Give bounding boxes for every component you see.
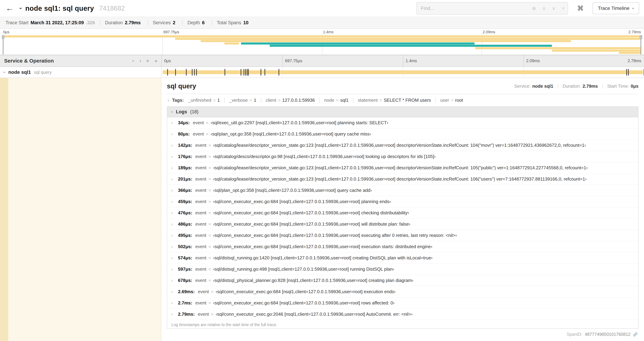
log-expand-chevron-icon[interactable]: › xyxy=(172,188,178,193)
trace-info-item: Duration 2.79ms xyxy=(100,20,148,26)
log-expand-chevron-icon[interactable]: › xyxy=(172,177,178,182)
log-expand-chevron-icon[interactable]: › xyxy=(172,289,178,294)
log-row[interactable]: › 142μs: event = ‹sql/catalog/lease/desc… xyxy=(167,140,638,151)
log-row[interactable]: › 502μs: event = ‹sql/conn_executor_exec… xyxy=(167,241,638,252)
scroll-to-result-icon[interactable]: ⊕ xyxy=(529,6,539,11)
log-row[interactable]: › 486μs: event = ‹sql/conn_executor_exec… xyxy=(167,219,638,230)
tags-expand-chevron-icon[interactable]: › xyxy=(168,98,169,103)
log-timestamp: 574μs: xyxy=(178,255,192,261)
log-message: ‹sql/conn_executor_exec.go:684 [nsql1,cl… xyxy=(213,244,432,249)
log-expand-chevron-icon[interactable]: › xyxy=(172,301,178,305)
viewport-scrubber-left[interactable] xyxy=(3,35,4,54)
tag[interactable]: _unfinished = 1 xyxy=(188,98,224,103)
log-row[interactable]: › 597μs: event = ‹sql/distsql_running.go… xyxy=(167,264,638,275)
log-field-key: event xyxy=(195,278,206,283)
tag[interactable]: user = root xyxy=(436,98,468,103)
tag-value: 1 xyxy=(254,98,256,103)
log-timestamp: 142μs: xyxy=(178,143,192,148)
collapse-all-icon[interactable]: » xyxy=(145,60,150,62)
log-expand-chevron-icon[interactable]: › xyxy=(172,267,178,272)
log-equals: = xyxy=(208,210,211,216)
log-expand-chevron-icon[interactable]: › xyxy=(172,132,178,137)
prev-result-icon[interactable]: ∧ xyxy=(539,6,549,11)
log-expand-chevron-icon[interactable]: › xyxy=(172,154,178,159)
chevron-down-icon: › xyxy=(631,8,636,9)
log-message: ‹sql/catalog/lease/descriptor_version_st… xyxy=(213,143,586,148)
log-message: ‹sql/distsql_running.go:498 [nsql1,clien… xyxy=(213,266,394,272)
log-timestamp: 189μs: xyxy=(178,165,192,171)
log-expand-chevron-icon[interactable]: › xyxy=(172,278,178,283)
back-arrow-icon[interactable]: ← xyxy=(5,3,16,14)
log-marker-tick xyxy=(224,69,225,76)
log-expand-chevron-icon[interactable]: › xyxy=(172,222,178,227)
log-message: ‹sql/catalog/lease/descriptor_version_st… xyxy=(213,176,586,182)
log-row[interactable]: › 176μs: event = ‹sql/catalog/descs/desc… xyxy=(167,151,638,162)
span-operation-name: sql query xyxy=(34,70,52,75)
trace-info-value: 2.79ms xyxy=(125,20,141,26)
tag[interactable]: _verbose = 1 xyxy=(224,98,261,103)
log-row[interactable]: › 476μs: event = ‹sql/conn_executor_exec… xyxy=(167,207,638,219)
next-result-icon[interactable]: ∨ xyxy=(549,6,559,11)
log-marker-tick xyxy=(194,69,195,76)
tags-row[interactable]: › Tags: _unfinished = 1 _verbose = 1 cli… xyxy=(167,94,638,106)
minimap-span-bar xyxy=(619,52,641,54)
log-row[interactable]: › 80μs: event = ‹sql/plan_opt.go:358 [ns… xyxy=(167,129,638,140)
log-message: ‹sql/catalog/lease/descriptor_version_st… xyxy=(213,165,588,171)
clear-find-icon[interactable]: × xyxy=(559,6,568,11)
keyboard-shortcuts-icon[interactable]: ⌘ xyxy=(575,4,586,13)
tag[interactable]: node = sql1 xyxy=(320,98,353,103)
log-row[interactable]: › 189μs: event = ‹sql/catalog/lease/desc… xyxy=(167,162,638,174)
log-field-key: event xyxy=(195,244,206,249)
top-bar: ← › node sql1: sql query 7418682 ⊕ ∧ ∨ ×… xyxy=(0,0,644,17)
span-row-label[interactable]: › node sql1 sql query xyxy=(0,67,161,78)
tag[interactable]: statement = SELECT * FROM users xyxy=(353,98,436,103)
find-input[interactable] xyxy=(417,6,529,11)
log-row[interactable]: › 495μs: event = ‹sql/conn_executor_exec… xyxy=(167,230,638,241)
log-expand-chevron-icon[interactable]: › xyxy=(172,210,178,215)
log-equals: = xyxy=(208,199,211,204)
log-row[interactable]: › 459μs: event = ‹sql/conn_executor_exec… xyxy=(167,196,638,207)
log-timestamp: 476μs: xyxy=(178,210,192,216)
log-row[interactable]: › 366μs: event = ‹sql/plan_opt.go:358 [n… xyxy=(167,185,638,196)
logs-collapse-chevron-icon[interactable]: › xyxy=(170,111,174,113)
span-bar[interactable] xyxy=(163,70,643,74)
log-field-key: event xyxy=(195,199,206,204)
expand-one-icon[interactable]: › xyxy=(140,58,141,64)
log-expand-chevron-icon[interactable]: › xyxy=(172,120,178,125)
span-collapse-chevron-icon[interactable]: › xyxy=(2,72,7,73)
log-expand-chevron-icon[interactable]: › xyxy=(172,199,178,204)
log-row[interactable]: › 2.79ms: event = ‹sql/conn_executor_exe… xyxy=(167,309,638,320)
span-row-track[interactable] xyxy=(161,67,644,78)
log-expand-chevron-icon[interactable]: › xyxy=(172,312,178,317)
log-timestamp: 201μs: xyxy=(178,176,192,182)
log-expand-chevron-icon[interactable]: › xyxy=(172,256,178,260)
log-row[interactable]: › 574μs: event = ‹sql/distsql_running.go… xyxy=(167,252,638,264)
tag[interactable]: client = 127.0.0.1:59936 xyxy=(261,98,320,103)
log-message: ‹sql/conn_executor_exec.go:2046 [nsql1,c… xyxy=(216,311,412,317)
log-row[interactable]: › 2.69ms: event = ‹sql/conn_executor_exe… xyxy=(167,286,638,297)
log-row[interactable]: › 201μs: event = ‹sql/catalog/lease/desc… xyxy=(167,174,638,185)
log-marker-tick xyxy=(626,69,627,76)
log-timestamp: 2.79ms: xyxy=(178,311,195,317)
deep-link-icon[interactable] xyxy=(633,332,638,337)
logs-header[interactable]: › Logs (18) xyxy=(167,107,638,117)
log-expand-chevron-icon[interactable]: › xyxy=(172,143,178,148)
scrubber-handle[interactable] xyxy=(640,35,642,39)
log-expand-chevron-icon[interactable]: › xyxy=(172,233,178,238)
log-expand-chevron-icon[interactable]: › xyxy=(172,244,178,249)
span-row[interactable]: › node sql1 sql query xyxy=(0,67,644,78)
scrubber-handle[interactable] xyxy=(2,35,4,39)
expand-all-icon[interactable]: » xyxy=(155,58,157,64)
minimap-canvas[interactable] xyxy=(3,35,641,54)
viewport-scrubber-right[interactable] xyxy=(640,35,641,54)
log-expand-chevron-icon[interactable]: › xyxy=(172,165,178,170)
title-collapse-chevron-icon[interactable]: › xyxy=(18,8,24,9)
tag-key: client xyxy=(266,98,276,103)
log-row[interactable]: › 678μs: event = ‹sql/distsql_physical_p… xyxy=(167,275,638,286)
log-row[interactable]: › 34μs: event = ‹sql/exec_util.go:2297 [… xyxy=(167,117,638,129)
view-selector-button[interactable]: Trace Timeline › xyxy=(592,3,639,14)
collapse-one-icon[interactable]: › xyxy=(131,60,136,62)
log-message: ‹sql/conn_executor_exec.go:684 [nsql1,cl… xyxy=(213,233,457,238)
log-row[interactable]: › 2.7ms: event = ‹sql/conn_executor_exec… xyxy=(167,297,638,309)
log-timestamp: 34μs: xyxy=(178,120,190,125)
